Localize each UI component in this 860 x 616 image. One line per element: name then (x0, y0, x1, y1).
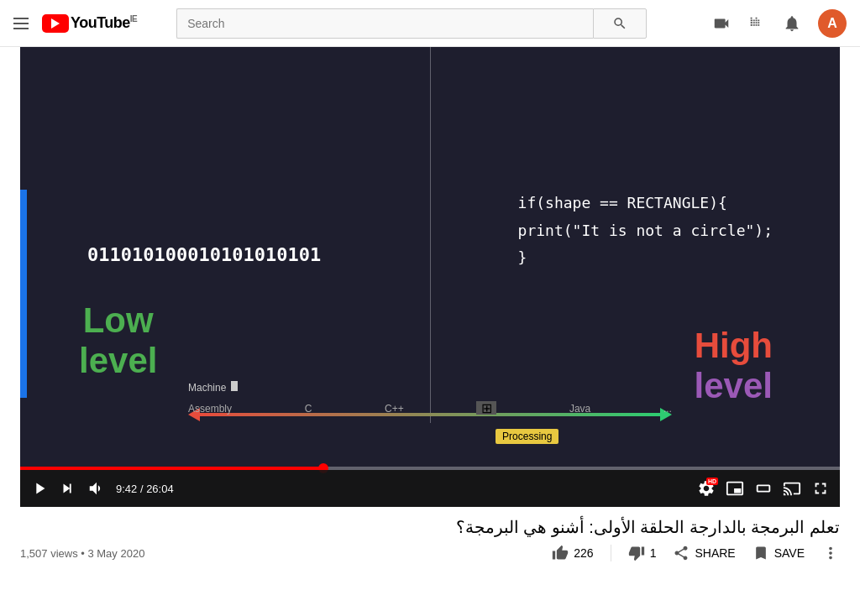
video-controls: 9:42 / 26:04 HD (20, 470, 840, 507)
cast-button[interactable] (783, 479, 801, 498)
like-count: 226 (574, 546, 593, 560)
save-button[interactable]: SAVE (752, 545, 805, 561)
youtube-wordmark: YouTubeIE (71, 14, 137, 32)
video-title: تعلم البرمجة بالدارجة الحلقة الأولى: أشن… (20, 517, 840, 537)
slide-divider (430, 47, 431, 423)
grid-icon (747, 14, 766, 33)
like-button[interactable]: 226 (552, 545, 593, 561)
bell-icon (783, 14, 801, 33)
low-level-label: Low level (79, 300, 157, 381)
skip-button[interactable] (59, 479, 77, 498)
dislike-button[interactable]: 1 (628, 545, 657, 561)
youtube-logo[interactable]: YouTubeIE (42, 14, 137, 33)
more-langs-label: ... (663, 403, 672, 415)
fullscreen-button[interactable] (811, 479, 830, 498)
assembly-label: Assembly (188, 403, 232, 415)
header-left: YouTubeIE (13, 14, 137, 33)
high-level-label: High level (695, 326, 773, 406)
video-stats: 1,507 views • 3 May 2020 (20, 547, 144, 560)
more-icon (821, 544, 840, 562)
camera-icon (712, 14, 731, 33)
below-video: تعلم البرمجة بالدارجة الحلقة الأولى: أشن… (0, 507, 860, 572)
time-display: 9:42 / 26:04 (116, 483, 174, 495)
share-button[interactable]: SHARE (673, 545, 735, 561)
c-label: C (305, 403, 312, 415)
search-button[interactable] (593, 8, 647, 39)
play-icon (30, 479, 49, 498)
create-button[interactable] (712, 14, 731, 33)
miniplayer-icon (726, 479, 744, 498)
youtube-play-icon (42, 14, 69, 33)
search-input[interactable] (176, 8, 593, 39)
dislike-icon (628, 545, 645, 561)
cpp-label: C++ (385, 403, 404, 415)
volume-icon (87, 479, 106, 498)
save-icon (752, 545, 769, 561)
video-meta-row: 1,507 views • 3 May 2020 226 1 SHARE (20, 544, 840, 562)
action-buttons: 226 1 SHARE SAVE (552, 544, 840, 562)
avatar[interactable]: A (818, 9, 847, 38)
header-right: A (712, 9, 847, 38)
play-button[interactable] (30, 479, 49, 498)
miniplayer-button[interactable] (726, 479, 744, 498)
cursor (231, 381, 238, 391)
fullscreen-icon (811, 479, 830, 498)
header: YouTubeIE A (0, 0, 860, 47)
share-label: SHARE (695, 546, 735, 560)
notifications-button[interactable] (783, 14, 801, 33)
expand-icon: ⊞ (476, 401, 496, 415)
hd-badge: HD (706, 478, 718, 485)
skip-icon (59, 479, 77, 498)
theater-icon (754, 479, 773, 498)
video-player: 011010100010101010101 if(shape == RECTAN… (20, 47, 840, 507)
java-label: Java (569, 403, 590, 415)
language-labels: Assembly C C++ ⊞ Java ... (188, 401, 672, 415)
save-label: SAVE (774, 546, 805, 560)
chapter-indicator (20, 190, 27, 398)
cast-icon (783, 479, 801, 498)
search-bar (176, 8, 647, 39)
settings-button[interactable]: HD (697, 479, 716, 498)
code-block: if(shape == RECTANGLE){ print("It is not… (518, 191, 773, 272)
apps-button[interactable] (747, 14, 766, 33)
share-icon (673, 545, 690, 561)
machine-label: Machine (188, 381, 238, 394)
theater-button[interactable] (754, 479, 773, 498)
volume-button[interactable] (87, 479, 106, 498)
menu-button[interactable] (13, 18, 29, 29)
like-divider (611, 545, 611, 561)
binary-code-display: 011010100010101010101 (87, 243, 321, 264)
search-icon (612, 16, 627, 31)
more-actions-button[interactable] (821, 544, 840, 562)
dislike-count: 1 (650, 546, 657, 560)
like-icon (552, 545, 569, 561)
processing-tooltip: Processing (496, 429, 558, 444)
